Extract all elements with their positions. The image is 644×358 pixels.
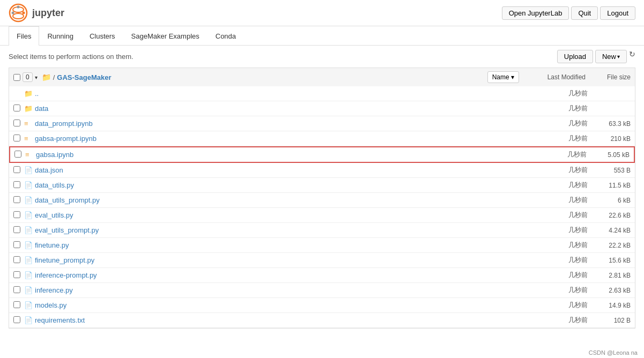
- file-size-value: 22.6 kB: [588, 212, 631, 219]
- row-checkbox-area: [14, 151, 25, 159]
- file-table: 📁 .. 几秒前 📁 data 几秒前 ≡ data_prompt.ipynb …: [9, 86, 635, 329]
- file-checkbox[interactable]: [13, 226, 20, 233]
- row-checkbox-area: [13, 211, 24, 220]
- refresh-icon[interactable]: ↻: [629, 50, 635, 63]
- file-name-link[interactable]: inference.py: [35, 286, 523, 294]
- row-checkbox-area: [13, 256, 24, 265]
- row-checkbox-area: [13, 241, 24, 250]
- row-checkbox-area: [13, 166, 24, 175]
- toolbar-info: Select items to perform actions on them.: [9, 53, 134, 61]
- sort-modified-button[interactable]: Last Modified: [521, 73, 586, 81]
- chevron-down-icon[interactable]: ▾: [35, 74, 38, 80]
- file-type-icon: 📁: [24, 105, 35, 113]
- file-checkbox[interactable]: [13, 316, 20, 323]
- file-type-icon: 📄: [24, 286, 35, 294]
- file-modified-date: 几秒前: [522, 150, 587, 159]
- file-modified-date: 几秒前: [523, 211, 588, 220]
- file-type-icon: 📄: [24, 301, 35, 309]
- conda-tab[interactable]: Conda: [208, 26, 244, 46]
- sagemaker-examples-tab[interactable]: SageMaker Examples: [123, 26, 208, 46]
- file-checkbox[interactable]: [13, 105, 20, 111]
- file-name-link[interactable]: eval_utils.py: [35, 211, 523, 219]
- breadcrumb-path[interactable]: GAS-SageMaker: [57, 73, 111, 81]
- breadcrumb-separator: /: [53, 73, 55, 81]
- quit-button[interactable]: Quit: [571, 6, 598, 20]
- row-checkbox-area: [13, 120, 24, 128]
- breadcrumb-folder-icon: 📁: [42, 73, 51, 81]
- running-tab[interactable]: Running: [39, 26, 81, 46]
- file-type-icon: 📄: [24, 181, 35, 189]
- open-jupyterlab-button[interactable]: Open JupyterLab: [502, 6, 569, 20]
- file-checkbox[interactable]: [13, 181, 20, 188]
- file-name-link[interactable]: data_utils_prompt.py: [35, 196, 523, 204]
- upload-button[interactable]: Upload: [557, 50, 593, 63]
- file-modified-date: 几秒前: [523, 89, 588, 98]
- clusters-tab[interactable]: Clusters: [82, 26, 123, 46]
- file-name-link[interactable]: requirements.txt: [35, 316, 523, 324]
- file-modified-date: 几秒前: [523, 286, 588, 295]
- row-checkbox-area: [13, 105, 24, 113]
- table-row: 📄 eval_utils.py 几秒前 22.6 kB: [9, 208, 635, 223]
- file-name-link[interactable]: data_prompt.ipynb: [35, 120, 523, 128]
- file-checkbox[interactable]: [13, 256, 20, 263]
- file-checkbox[interactable]: [13, 271, 20, 278]
- table-row: 📄 finetune_prompt.py 几秒前 15.6 kB: [9, 253, 635, 268]
- table-row: 📁 .. 几秒前: [9, 86, 635, 101]
- file-size-value: 14.9 kB: [588, 302, 631, 309]
- file-size-value: 210 kB: [588, 135, 631, 143]
- file-name-link[interactable]: data: [35, 105, 523, 113]
- file-modified-date: 几秒前: [523, 256, 588, 265]
- file-checkbox[interactable]: [13, 120, 20, 126]
- breadcrumb: 📁 / GAS-SageMaker: [42, 73, 483, 81]
- file-checkbox[interactable]: [13, 196, 20, 203]
- file-size-value: 2.63 kB: [588, 287, 631, 294]
- file-type-icon: 📄: [24, 256, 35, 264]
- row-checkbox-area: [13, 226, 24, 235]
- selected-count-badge: 0: [23, 72, 33, 82]
- file-name-link[interactable]: data.json: [35, 166, 523, 174]
- file-modified-date: 几秒前: [523, 166, 588, 175]
- sort-size-button[interactable]: File size: [588, 73, 631, 81]
- new-button[interactable]: New ▾: [595, 50, 627, 63]
- logo-area: jupyter: [9, 3, 64, 23]
- file-name-link[interactable]: eval_utils_prompt.py: [35, 226, 523, 234]
- file-checkbox[interactable]: [13, 135, 20, 141]
- header: jupyter Open JupyterLab Quit Logout: [0, 0, 644, 26]
- file-name-link[interactable]: gabsa.ipynb: [36, 151, 522, 159]
- table-row: 📁 data 几秒前: [9, 101, 635, 116]
- files-tab[interactable]: Files: [9, 26, 39, 46]
- table-row: 📄 inference.py 几秒前 2.63 kB: [9, 283, 635, 298]
- table-row: 📄 inference-prompt.py 几秒前 2.81 kB: [9, 268, 635, 283]
- file-list-header: 0 ▾ 📁 / GAS-SageMaker Name ▾ Last Modifi…: [9, 68, 635, 86]
- file-name-link[interactable]: models.py: [35, 301, 523, 309]
- file-checkbox[interactable]: [14, 151, 21, 158]
- sort-name-button[interactable]: Name ▾: [487, 71, 519, 83]
- app-title: jupyter: [32, 8, 64, 19]
- table-row: ≡ gabsa-prompt.ipynb 几秒前 210 kB: [9, 131, 635, 146]
- svg-point-4: [23, 12, 25, 14]
- file-name-link[interactable]: gabsa-prompt.ipynb: [35, 135, 523, 143]
- file-size-value: 553 B: [588, 167, 631, 174]
- row-checkbox-area: [13, 181, 24, 190]
- file-name-link[interactable]: data_utils.py: [35, 181, 523, 189]
- svg-point-5: [17, 6, 20, 9]
- file-type-icon: 📄: [24, 196, 35, 204]
- file-checkbox[interactable]: [13, 211, 20, 218]
- file-name-link[interactable]: finetune_prompt.py: [35, 256, 523, 264]
- row-checkbox-area: [13, 316, 24, 325]
- file-name-link[interactable]: inference-prompt.py: [35, 271, 523, 279]
- file-modified-date: 几秒前: [523, 226, 588, 235]
- file-checkbox[interactable]: [13, 241, 20, 248]
- file-checkbox[interactable]: [13, 166, 20, 173]
- file-name-link[interactable]: finetune.py: [35, 241, 523, 249]
- column-headers: Name ▾ Last Modified File size: [487, 71, 631, 83]
- select-all-checkbox[interactable]: [13, 74, 20, 81]
- svg-point-3: [12, 12, 14, 14]
- logout-button[interactable]: Logout: [600, 6, 635, 20]
- tab-bar: Files Running Clusters SageMaker Example…: [0, 26, 644, 46]
- file-modified-date: 几秒前: [523, 104, 588, 113]
- file-checkbox[interactable]: [13, 301, 20, 308]
- file-checkbox[interactable]: [13, 286, 20, 293]
- file-name-link[interactable]: ..: [35, 89, 523, 98]
- file-type-icon: ≡: [24, 135, 35, 143]
